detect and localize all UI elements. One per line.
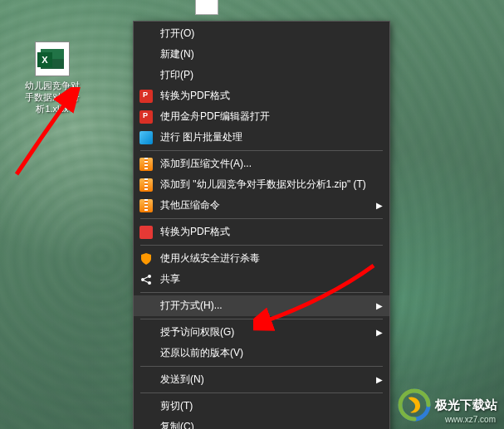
share-icon xyxy=(139,272,154,287)
separator xyxy=(140,218,383,219)
menu-label: 还原以前的版本(V) xyxy=(160,346,383,360)
menu-other-compress[interactable]: 其他压缩命令▶ xyxy=(134,195,389,216)
excel-file-icon xyxy=(35,41,70,76)
submenu-arrow-icon: ▶ xyxy=(376,201,383,210)
watermark: 极光下载站 www.xz7.com xyxy=(397,388,497,422)
watermark-text: 极光下载站 xyxy=(435,397,497,413)
menu-restore-version[interactable]: 还原以前的版本(V) xyxy=(134,343,389,363)
menu-copy[interactable]: 复制(C) xyxy=(134,417,389,429)
menu-cut[interactable]: 剪切(T) xyxy=(134,396,389,417)
pdf-icon xyxy=(139,89,154,104)
menu-open-with[interactable]: 打开方式(H)...▶ xyxy=(134,295,389,316)
menu-label: 授予访问权限(G) xyxy=(160,325,376,339)
archive-icon xyxy=(139,157,154,172)
menu-label: 其他压缩命令 xyxy=(160,198,376,212)
menu-huorong-scan[interactable]: 使用火绒安全进行杀毒 xyxy=(134,248,389,269)
menu-label: 复制(C) xyxy=(160,420,383,429)
menu-batch-image[interactable]: 进行 图片批量处理 xyxy=(134,127,389,148)
menu-label: 打开方式(H)... xyxy=(160,299,376,313)
menu-convert-pdf[interactable]: 转换为PDF格式 xyxy=(134,85,389,106)
submenu-arrow-icon: ▶ xyxy=(376,301,383,310)
archive-icon xyxy=(139,178,154,193)
menu-label: 新建(N) xyxy=(160,47,383,61)
submenu-arrow-icon: ▶ xyxy=(376,375,383,384)
separator xyxy=(140,292,383,293)
svg-point-1 xyxy=(148,275,151,278)
menu-add-archive[interactable]: 添加到压缩文件(A)... xyxy=(134,154,389,174)
menu-label: 共享 xyxy=(160,272,383,286)
menu-label: 剪切(T) xyxy=(160,399,383,413)
separator xyxy=(140,150,383,151)
menu-jinzhou-pdf[interactable]: 使用金舟PDF编辑器打开 xyxy=(134,106,389,127)
svg-line-3 xyxy=(144,276,149,279)
context-menu: 打开(O) 新建(N) 打印(P) 转换为PDF格式 使用金舟PDF编辑器打开 … xyxy=(133,21,390,429)
menu-label: 使用火绒安全进行杀毒 xyxy=(160,251,383,266)
separator xyxy=(140,366,383,367)
watermark-logo-icon xyxy=(397,388,432,422)
menu-grant-access[interactable]: 授予访问权限(G)▶ xyxy=(134,322,389,343)
menu-send-to[interactable]: 发送到(N)▶ xyxy=(134,369,389,390)
partial-window-tab xyxy=(195,0,218,15)
menu-label: 使用金舟PDF编辑器打开 xyxy=(160,110,383,124)
file-label: 幼儿园竞争对手数据对比分析1.xlsx xyxy=(23,80,81,115)
svg-point-2 xyxy=(148,281,151,285)
menu-label: 添加到压缩文件(A)... xyxy=(160,157,383,171)
watermark-url: www.xz7.com xyxy=(445,415,496,424)
menu-add-specific-archive[interactable]: 添加到 "幼儿园竞争对手数据对比分析1.zip" (T) xyxy=(134,174,389,195)
menu-share[interactable]: 共享 xyxy=(134,269,389,290)
menu-label: 添加到 "幼儿园竞争对手数据对比分析1.zip" (T) xyxy=(160,178,383,192)
menu-new[interactable]: 新建(N) xyxy=(134,44,389,65)
menu-convert-pdf2[interactable]: 转换为PDF格式 xyxy=(134,222,389,242)
archive-icon xyxy=(139,198,154,213)
menu-open[interactable]: 打开(O) xyxy=(134,23,389,44)
menu-print[interactable]: 打印(P) xyxy=(134,65,389,85)
desktop-file-excel[interactable]: 幼儿园竞争对手数据对比分析1.xlsx xyxy=(23,41,81,115)
image-icon xyxy=(139,130,154,145)
separator xyxy=(140,392,383,393)
menu-label: 打印(P) xyxy=(160,68,383,82)
shield-icon xyxy=(139,251,154,266)
separator xyxy=(140,319,383,319)
menu-label: 转换为PDF格式 xyxy=(160,225,383,239)
menu-label: 进行 图片批量处理 xyxy=(160,130,383,144)
menu-label: 转换为PDF格式 xyxy=(160,89,383,103)
separator xyxy=(140,245,383,246)
menu-label: 打开(O) xyxy=(160,27,383,41)
svg-line-4 xyxy=(144,280,149,283)
pdf-editor-icon xyxy=(139,110,154,124)
submenu-arrow-icon: ▶ xyxy=(376,328,383,337)
pdf-icon xyxy=(139,225,154,240)
menu-label: 发送到(N) xyxy=(160,373,376,387)
